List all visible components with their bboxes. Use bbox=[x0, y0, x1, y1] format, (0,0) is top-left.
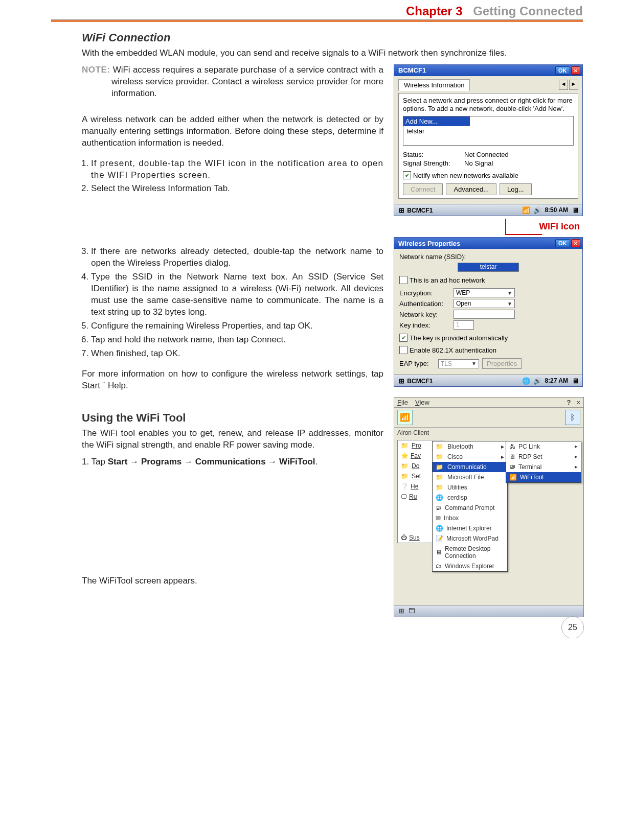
menu-item[interactable]: 📝 Microsoft WordPad bbox=[433, 533, 507, 544]
intro-text: With the embedded WLAN module, you can s… bbox=[82, 48, 583, 59]
key-label: Network key: bbox=[399, 311, 450, 318]
page-number: 25 bbox=[561, 616, 584, 638]
ss1-title: BCMCF1 bbox=[398, 66, 426, 74]
ss2-start-icon[interactable]: ⊞ bbox=[397, 377, 405, 385]
menu-item[interactable]: Microsoft File bbox=[433, 472, 507, 482]
authentication-select[interactable]: Open▼ bbox=[454, 299, 515, 308]
submenu-item-wifitool[interactable]: 📶 WiFiTool bbox=[506, 472, 581, 482]
notify-label: Notify when new networks available bbox=[413, 172, 518, 179]
menu-item[interactable]: 🗂 Windows Explorer bbox=[433, 561, 507, 571]
ss1-taskbar-app: BCMCF1 bbox=[407, 207, 433, 214]
step-a-2: Select the Wireless Information Tab. bbox=[91, 183, 383, 195]
ssid-input[interactable]: telstar bbox=[458, 263, 519, 272]
key-index-input[interactable]: 1 bbox=[454, 320, 474, 330]
menu-item[interactable]: Utilities bbox=[433, 482, 507, 493]
ss1-add-new[interactable]: Add New... bbox=[403, 116, 470, 126]
ss2-sound-icon[interactable]: 🔊 bbox=[533, 377, 541, 385]
notify-checkbox[interactable]: ✔ bbox=[403, 171, 411, 179]
ss3-close-icon[interactable]: × bbox=[576, 399, 580, 406]
idx-label: Key index: bbox=[399, 321, 450, 329]
chapter-header: Chapter 3 Getting Connected bbox=[51, 0, 583, 19]
screenshot-start-menu: File View ? × 📶 ᛒ Airon Client bbox=[394, 397, 584, 617]
step-a-1: If present, double-tap the WIFI icon in … bbox=[91, 158, 383, 180]
submenu-item[interactable]: 🖥 RDP Set▸ bbox=[506, 452, 581, 462]
more-info-text: For more information on how to configure… bbox=[82, 368, 383, 392]
menu-item[interactable]: 🖥 Remote Desktop Connection bbox=[433, 544, 507, 561]
signal-value: No Signal bbox=[464, 159, 493, 167]
wifi-tool-icon[interactable]: 📶 bbox=[397, 410, 413, 425]
ssid-label: Network name (SSID): bbox=[399, 253, 577, 261]
bluetooth-icon[interactable]: ᛒ bbox=[565, 410, 580, 425]
auto-label: The key is provided automatically bbox=[410, 334, 508, 342]
dot1x-label: Enable 802.1X authentication bbox=[410, 346, 496, 354]
log-button[interactable]: Log... bbox=[500, 183, 532, 195]
menu-item[interactable]: 🖳 Command Prompt bbox=[433, 503, 507, 513]
advanced-button[interactable]: Advanced... bbox=[446, 183, 496, 195]
status-label: Status: bbox=[403, 151, 464, 158]
ss1-network-list[interactable]: Add New... telstar bbox=[403, 116, 574, 146]
programs-menu: Bluetooth▸ Cisco▸ Communicatio Microsoft… bbox=[432, 441, 508, 572]
help-icon[interactable]: ? bbox=[567, 399, 571, 406]
chapter-title: Getting Connected bbox=[473, 4, 583, 18]
note-label: NOTE: bbox=[82, 65, 110, 75]
client-label: Airon Client bbox=[394, 428, 583, 438]
ss3-start-icon[interactable]: ⊞ bbox=[397, 607, 405, 615]
dot1x-checkbox[interactable] bbox=[399, 346, 407, 354]
adhoc-checkbox[interactable] bbox=[399, 276, 407, 284]
tab-right-icon[interactable]: ► bbox=[569, 80, 578, 90]
step-b-6: Tap and hold the network name, then tap … bbox=[91, 334, 383, 346]
menu-item[interactable]: Bluetooth▸ bbox=[433, 441, 507, 452]
ss3-explorer-icon[interactable]: 🗔 bbox=[407, 607, 416, 615]
ss1-item-telstar[interactable]: telstar bbox=[403, 126, 573, 136]
section-heading-wifi: WiFi Connection bbox=[82, 31, 583, 44]
chapter-number: Chapter 3 bbox=[406, 4, 463, 18]
eap-select: TLS▼ bbox=[438, 359, 479, 368]
menu-file[interactable]: File bbox=[397, 399, 408, 406]
menu-item[interactable]: Cisco▸ bbox=[433, 452, 507, 462]
list-empty-row bbox=[403, 136, 573, 145]
callout-arrow-icon bbox=[505, 219, 542, 235]
sound-icon[interactable]: 🔊 bbox=[533, 206, 541, 214]
auth-label: Authentication: bbox=[399, 300, 450, 308]
menu-item-communications[interactable]: Communicatio bbox=[433, 462, 507, 472]
menu-item[interactable]: cerdisp bbox=[433, 493, 507, 503]
tab-left-icon[interactable]: ◄ bbox=[559, 80, 568, 90]
note-paragraph: NOTE: WiFi access requires a separate pu… bbox=[82, 64, 383, 100]
connect-button[interactable]: Connect bbox=[403, 183, 443, 195]
properties-button: Properties bbox=[482, 358, 522, 369]
ss1-ok-button[interactable]: OK bbox=[555, 66, 570, 75]
ss2-desktop-icon[interactable]: 🖥 bbox=[571, 377, 579, 385]
note-text: WiFi access requires a separate purchase… bbox=[111, 65, 383, 98]
encryption-select[interactable]: WEP▼ bbox=[454, 288, 515, 297]
ss2-close-icon[interactable]: × bbox=[571, 239, 580, 247]
start-icon[interactable]: ⊞ bbox=[397, 206, 405, 214]
communications-submenu: 🖧 PC Link▸ 🖥 RDP Set▸ 🖳 Terminal▸ 📶 WiFi… bbox=[506, 441, 581, 483]
ss2-ok-button[interactable]: OK bbox=[555, 239, 570, 247]
enc-label: Encryption: bbox=[399, 289, 450, 297]
step-b-5: Configure the remaining Wireless Propert… bbox=[91, 320, 383, 332]
step-b-3: If there are networks already detected, … bbox=[91, 246, 383, 269]
step-b-4: Type the SSID in the Network Name text b… bbox=[91, 271, 383, 318]
menu-view[interactable]: View bbox=[415, 399, 429, 406]
ss1-tab[interactable]: Wireless Information bbox=[398, 79, 470, 91]
header-rule bbox=[51, 19, 583, 22]
submenu-item[interactable]: 🖧 PC Link▸ bbox=[506, 441, 581, 452]
close-icon[interactable]: × bbox=[571, 66, 580, 75]
steps-list-b: If there are networks already detected, … bbox=[82, 246, 383, 359]
wifi-icon[interactable]: 📶 bbox=[522, 206, 530, 214]
ss2-taskbar-app: BCMCF1 bbox=[407, 378, 433, 385]
desktop-icon[interactable]: 🖥 bbox=[571, 206, 579, 214]
tool-step-1: 1. Tap Start → Programs → Communications… bbox=[82, 456, 383, 468]
network-key-input[interactable] bbox=[454, 310, 515, 319]
menu-item[interactable]: 🌐 Internet Explorer bbox=[433, 523, 507, 533]
eap-label: EAP type: bbox=[399, 360, 435, 367]
menu-item[interactable]: ✉ Inbox bbox=[433, 513, 507, 523]
auto-checkbox[interactable]: ✔ bbox=[399, 334, 407, 342]
submenu-item[interactable]: 🖳 Terminal▸ bbox=[506, 462, 581, 472]
ss2-net-icon[interactable]: 🌐 bbox=[522, 377, 530, 385]
status-value: Not Connected bbox=[464, 151, 509, 158]
screenshot-wireless-info: BCMCF1 OK × Wireless Information ◄ ► bbox=[394, 64, 583, 217]
screenshot-wireless-properties: Wireless Properties OK × Network name (S… bbox=[394, 237, 583, 387]
wifi-icon-label: WiFi icon bbox=[394, 220, 583, 237]
steps-list-a: If present, double-tap the WIFI icon in … bbox=[82, 158, 383, 195]
